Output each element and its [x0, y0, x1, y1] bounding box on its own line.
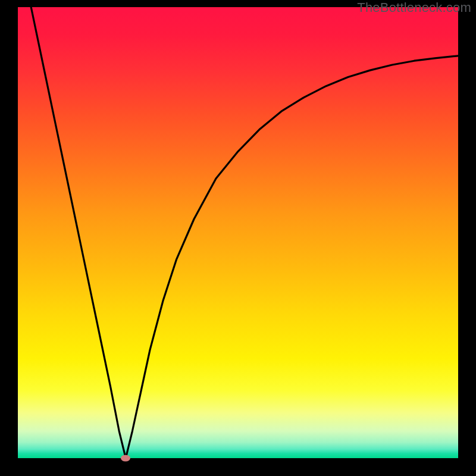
curve-layer	[18, 7, 458, 458]
optimal-point-marker	[121, 455, 130, 462]
plot-area	[18, 7, 458, 458]
bottleneck-curve	[31, 7, 458, 458]
watermark-text: TheBottleneck.com	[357, 0, 471, 15]
chart-stage: TheBottleneck.com	[0, 0, 476, 476]
